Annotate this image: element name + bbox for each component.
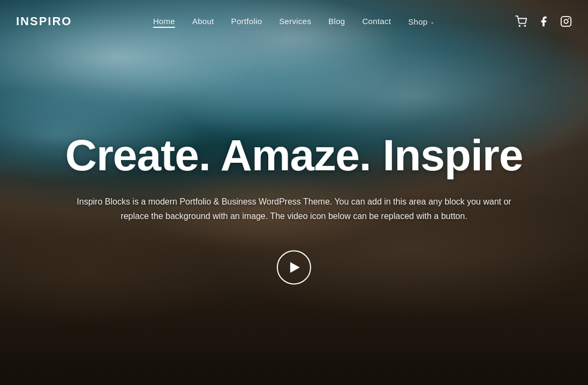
svg-point-1 (524, 25, 525, 26)
nav-item-services[interactable]: Services (279, 17, 311, 26)
nav-link-home[interactable]: Home (153, 17, 175, 28)
nav-item-contact[interactable]: Contact (362, 17, 391, 26)
hero-subtitle: Inspiro Blocks is a modern Portfolio & B… (64, 194, 524, 223)
facebook-icon[interactable] (538, 16, 549, 27)
nav-social-icons (515, 16, 572, 27)
svg-point-4 (568, 18, 569, 19)
facebook-svg (538, 16, 549, 27)
play-button[interactable] (277, 250, 311, 284)
svg-point-0 (519, 25, 520, 26)
nav-item-about[interactable]: About (192, 17, 214, 26)
svg-point-3 (564, 19, 568, 23)
hero-title: Create. Amaze. Inspire (29, 131, 559, 179)
nav-link-shop[interactable]: Shop ⌄ (408, 17, 434, 26)
site-logo[interactable]: INSPIRO (16, 14, 72, 28)
hero-content: Create. Amaze. Inspire Inspiro Blocks is… (29, 131, 559, 285)
nav-link-blog[interactable]: Blog (328, 17, 345, 26)
navbar: INSPIRO Home About Portfolio Services Bl… (0, 0, 588, 43)
chevron-down-icon: ⌄ (430, 19, 434, 25)
cart-icon[interactable] (515, 16, 527, 27)
nav-item-portfolio[interactable]: Portfolio (231, 17, 262, 26)
hero-section: INSPIRO Home About Portfolio Services Bl… (0, 0, 588, 385)
play-triangle-icon (290, 262, 300, 273)
instagram-svg (560, 16, 572, 27)
nav-item-shop[interactable]: Shop ⌄ (408, 17, 434, 26)
nav-link-about[interactable]: About (192, 17, 214, 26)
instagram-icon[interactable] (560, 16, 572, 27)
nav-links: Home About Portfolio Services Blog Conta… (153, 17, 434, 26)
nav-link-contact[interactable]: Contact (362, 17, 391, 26)
cart-svg (515, 16, 527, 27)
svg-rect-2 (561, 17, 571, 26)
nav-link-portfolio[interactable]: Portfolio (231, 17, 262, 26)
nav-item-home[interactable]: Home (153, 17, 175, 26)
nav-item-blog[interactable]: Blog (328, 17, 345, 26)
nav-link-services[interactable]: Services (279, 17, 311, 26)
